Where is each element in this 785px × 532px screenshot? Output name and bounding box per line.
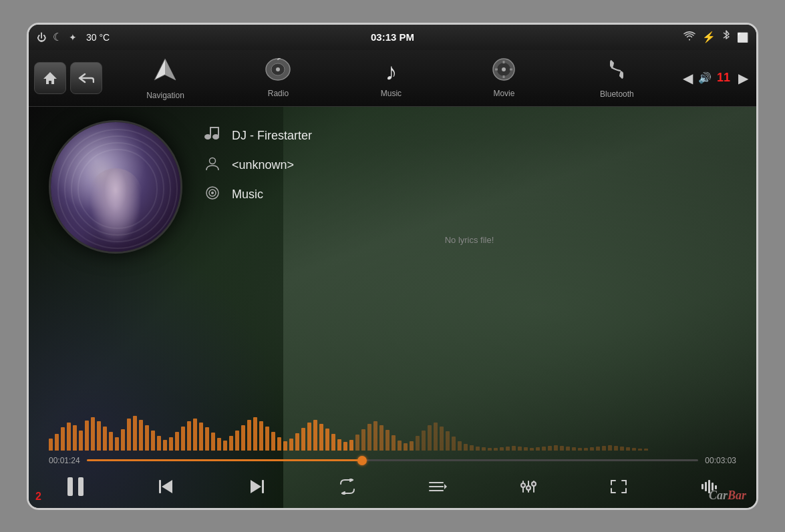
temperature-label: 30 °C — [86, 32, 110, 43]
home-button[interactable] — [34, 62, 66, 94]
title-row: DJ - Firestarter — [202, 127, 736, 146]
eq-bar — [67, 423, 71, 451]
progress-track[interactable] — [87, 459, 699, 461]
eq-bar — [331, 434, 335, 451]
nav-item-music[interactable]: ♪ Music — [364, 58, 418, 98]
svg-point-39 — [532, 482, 536, 486]
eq-bar — [247, 420, 251, 451]
music-note-icon — [202, 127, 222, 146]
eq-bar — [313, 420, 317, 451]
eq-bar — [103, 427, 107, 451]
svg-rect-28 — [262, 480, 264, 493]
repeat-button[interactable] — [334, 479, 361, 495]
expand-button[interactable] — [605, 479, 632, 494]
no-lyrics: No lyrics file! — [202, 235, 736, 245]
usb-icon[interactable]: ⚡ — [702, 31, 716, 43]
album-name: Music — [232, 188, 263, 202]
svg-rect-16 — [210, 127, 219, 128]
volume-next-button[interactable]: ▶ — [736, 67, 751, 89]
eq-bar — [295, 433, 299, 451]
eq-bar — [554, 445, 558, 451]
volume-controls: ◀ 🔊 11 ▶ — [680, 67, 751, 89]
eq-bar — [608, 445, 612, 451]
volume-prev-button[interactable]: ◀ — [680, 67, 695, 89]
track-info: DJ - Firestarter <unknown> — [202, 120, 736, 245]
playlist-button[interactable] — [424, 479, 451, 495]
nav-bar: Navigation Radio ♪ Music — [29, 50, 756, 107]
eq-bar — [139, 420, 143, 451]
nav-left-buttons — [34, 62, 102, 94]
eq-bar — [85, 421, 89, 451]
eq-bar — [440, 427, 444, 451]
content-row: DJ - Firestarter <unknown> — [29, 107, 756, 411]
track-title: DJ - Firestarter — [232, 129, 312, 143]
eq-bar — [199, 423, 203, 451]
watermark-car: Car — [709, 489, 728, 502]
person-icon — [202, 156, 222, 175]
eq-bar — [301, 428, 305, 451]
eq-bar — [422, 431, 426, 451]
disc-icon — [202, 186, 222, 204]
eq-bar — [97, 421, 101, 451]
figure-silhouette — [89, 168, 142, 242]
screen-icon[interactable]: ⬜ — [737, 32, 748, 43]
eq-bar — [253, 417, 257, 451]
nav-item-radio[interactable]: Radio — [251, 58, 305, 98]
eq-bar — [127, 419, 131, 451]
back-button[interactable] — [70, 62, 102, 94]
flowers-hint — [51, 212, 98, 252]
car-screen: ⏻ ☾ ✦ 30 °C 03:13 PM ⚡ — [27, 23, 758, 510]
svg-point-10 — [502, 67, 506, 71]
volume-speaker-icon: 🔊 — [698, 71, 712, 84]
eq-bar — [361, 429, 365, 451]
eq-bar — [79, 431, 83, 451]
nav-item-navigation[interactable]: Navigation — [138, 56, 192, 100]
eq-bar — [289, 439, 293, 451]
eq-bar — [193, 419, 197, 451]
eq-bar — [355, 435, 359, 451]
eq-bar — [271, 432, 275, 451]
nav-label-navigation: Navigation — [146, 91, 184, 100]
svg-marker-33 — [444, 484, 447, 489]
eq-bar — [434, 423, 438, 451]
moon-icon[interactable]: ☾ — [53, 31, 62, 43]
nav-label-movie: Movie — [493, 89, 514, 98]
wifi-icon[interactable] — [683, 31, 695, 43]
eq-bar — [277, 437, 281, 451]
eq-bar — [121, 429, 125, 451]
eq-bar — [385, 430, 389, 451]
eq-bar — [560, 446, 564, 451]
time-display: 03:13 PM — [371, 31, 414, 43]
eq-bar — [157, 436, 161, 451]
svg-rect-41 — [705, 482, 707, 491]
power-icon[interactable]: ⏻ — [37, 32, 46, 43]
eq-bar — [428, 425, 432, 451]
eq-bar — [49, 439, 53, 451]
eq-bar — [211, 433, 215, 451]
brightness-icon[interactable]: ✦ — [69, 32, 77, 43]
nav-label-radio: Radio — [268, 89, 289, 98]
svg-point-17 — [204, 134, 211, 140]
eq-settings-button[interactable] — [515, 479, 542, 495]
eq-bar — [337, 439, 341, 451]
svg-point-23 — [211, 192, 214, 194]
time-total: 00:03:03 — [705, 456, 736, 465]
eq-bar — [259, 421, 263, 451]
eq-bar — [446, 431, 450, 451]
progress-thumb[interactable] — [357, 456, 367, 465]
prev-track-button[interactable] — [153, 478, 180, 495]
next-track-button[interactable] — [243, 478, 270, 495]
eq-bar — [241, 425, 245, 451]
eq-bar — [470, 445, 474, 451]
nav-item-bluetooth[interactable]: Bluetooth — [590, 57, 643, 99]
bt-icon[interactable] — [722, 30, 730, 45]
eq-bar — [265, 427, 269, 451]
pause-button[interactable] — [62, 476, 89, 497]
eq-bar — [458, 441, 462, 451]
svg-point-20 — [210, 158, 216, 164]
eq-bar — [229, 436, 233, 451]
nav-item-movie[interactable]: Movie — [477, 58, 530, 98]
svg-rect-25 — [78, 477, 84, 496]
eq-bar — [548, 446, 552, 451]
eq-bar — [349, 440, 353, 451]
